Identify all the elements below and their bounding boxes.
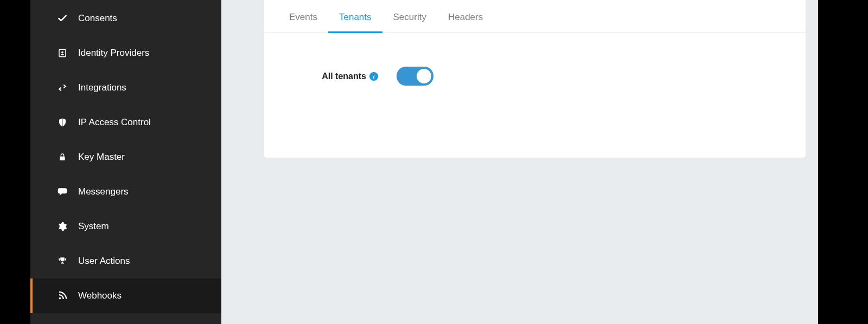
rss-icon [56, 290, 68, 302]
sidebar-item-key-master[interactable]: Key Master [30, 140, 221, 174]
chat-icon [56, 186, 68, 198]
svg-point-3 [59, 297, 61, 300]
check-icon [56, 12, 68, 24]
sidebar-item-label: System [78, 221, 109, 232]
swap-arrows-icon [56, 82, 68, 94]
sidebar-item-system[interactable]: System [30, 209, 221, 244]
tab-events[interactable]: Events [278, 12, 328, 33]
sidebar-item-label: Messengers [78, 186, 129, 197]
sidebar-item-identity-providers[interactable]: Identity Providers [30, 36, 221, 70]
sidebar-item-consents[interactable]: Consents [30, 1, 221, 36]
all-tenants-toggle[interactable] [397, 67, 433, 86]
sidebar-item-ip-access-control[interactable]: IP Access Control [30, 105, 221, 140]
sidebar-item-messengers[interactable]: Messengers [30, 174, 221, 209]
all-tenants-label: All tenants [322, 72, 366, 81]
sidebar: Consents Identity Providers Integrations… [30, 0, 221, 324]
sidebar-item-webhooks[interactable]: Webhooks [30, 278, 221, 313]
svg-point-1 [61, 51, 63, 54]
all-tenants-label-wrap: All tenants i [278, 72, 381, 81]
right-black-border [818, 0, 868, 324]
lock-icon [56, 151, 68, 163]
sidebar-item-user-actions[interactable]: User Actions [30, 244, 221, 278]
trophy-icon [56, 255, 68, 267]
tab-headers[interactable]: Headers [437, 12, 494, 33]
sidebar-item-label: User Actions [78, 256, 130, 267]
tab-tenants[interactable]: Tenants [328, 12, 382, 33]
settings-card: Events Tenants Security Headers All tena… [264, 0, 806, 158]
sidebar-item-label: Webhooks [78, 290, 122, 301]
all-tenants-row: All tenants i [264, 67, 806, 86]
tab-security[interactable]: Security [382, 12, 437, 33]
gear-icon [56, 221, 68, 232]
sidebar-item-label: Identity Providers [78, 48, 149, 59]
sidebar-item-label: Integrations [78, 82, 126, 93]
main-content: Events Tenants Security Headers All tena… [221, 0, 868, 324]
sidebar-item-label: Consents [78, 13, 117, 24]
toggle-knob [417, 69, 431, 83]
shield-icon [56, 116, 68, 128]
tabs: Events Tenants Security Headers [264, 0, 806, 33]
sidebar-item-label: IP Access Control [78, 117, 151, 128]
sidebar-item-integrations[interactable]: Integrations [30, 70, 221, 105]
id-card-icon [56, 47, 68, 59]
svg-rect-2 [60, 157, 65, 160]
sidebar-item-label: Key Master [78, 152, 125, 163]
info-icon[interactable]: i [369, 72, 378, 81]
